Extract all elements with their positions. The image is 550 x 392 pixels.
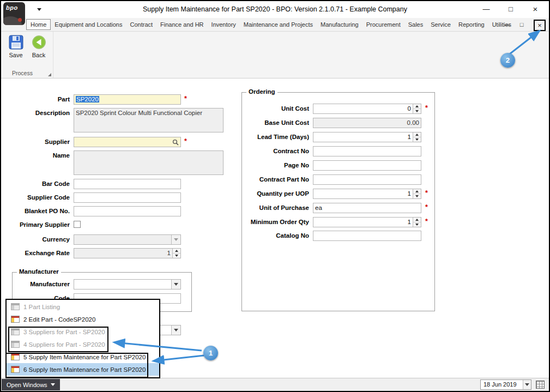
- supplier-row: Supplier *: [1, 137, 241, 147]
- screen-minimize-icon[interactable]: —: [502, 20, 513, 30]
- window-maximize-button[interactable]: □: [503, 4, 519, 15]
- popup-item-suppliers-3[interactable]: 3 Suppliers for Part - SP2020: [7, 325, 159, 338]
- selected-text: SP2020: [76, 96, 99, 102]
- tab-inventory[interactable]: Inventory: [208, 19, 240, 30]
- popup-item-supply-item-6[interactable]: 6 Supply Item Maintenance for Part SP202…: [7, 363, 159, 376]
- blanket-po-label: Blanket PO No.: [1, 206, 70, 216]
- window-minimize-button[interactable]: —: [478, 4, 494, 15]
- base-unit-cost-input[interactable]: 0.00: [313, 118, 421, 128]
- date-picker[interactable]: 18 Jun 2019: [480, 379, 531, 390]
- window-close-button[interactable]: ×: [527, 4, 543, 15]
- screen-close-icon[interactable]: ×: [534, 20, 546, 31]
- lead-time-label: Lead Time (Days): [241, 132, 309, 142]
- primary-supplier-checkbox[interactable]: [74, 221, 81, 228]
- part-row: Part SP2020 *: [1, 94, 241, 105]
- lead-time-input[interactable]: 1: [313, 132, 421, 142]
- bar-code-input[interactable]: [74, 179, 181, 189]
- calendar-grid-icon[interactable]: [536, 381, 545, 389]
- tab-sales[interactable]: Sales: [404, 19, 427, 30]
- chevron-down-icon[interactable]: [171, 280, 180, 289]
- exchange-rate-input[interactable]: 1: [74, 248, 181, 258]
- primary-supplier-row: Primary Supplier: [1, 221, 241, 228]
- quantity-per-uop-input[interactable]: 1: [313, 189, 421, 199]
- annotation-badge-2: 2: [500, 53, 515, 68]
- tab-home[interactable]: Home: [26, 19, 51, 30]
- status-bar: Open Windows 18 Jun 2019: [1, 378, 549, 391]
- spinner-buttons[interactable]: [413, 104, 421, 113]
- contract-part-no-row: Contract Part No: [241, 174, 440, 185]
- required-marker: *: [425, 218, 428, 225]
- description-input[interactable]: SP2020 Sprint Colour Multi Functional Co…: [74, 108, 223, 132]
- quick-access-caret-icon[interactable]: [37, 8, 41, 11]
- tab-service[interactable]: Service: [427, 19, 455, 30]
- supplier-label: Supplier: [1, 137, 70, 147]
- required-marker: *: [184, 137, 187, 145]
- tab-contract[interactable]: Contract: [126, 19, 157, 30]
- chevron-down-icon[interactable]: [171, 235, 180, 244]
- bar-code-label: Bar Code: [1, 179, 70, 189]
- tab-finance-and-hr[interactable]: Finance and HR: [156, 19, 208, 30]
- name-row: Name: [1, 150, 241, 161]
- supplier-input[interactable]: [74, 137, 181, 147]
- back-icon: [32, 35, 46, 50]
- screen-restore-icon[interactable]: □: [516, 20, 527, 30]
- contract-no-row: Contract No: [241, 146, 440, 156]
- bar-code-row: Bar Code: [1, 179, 241, 189]
- manufacturer-select[interactable]: [74, 279, 181, 290]
- name-input[interactable]: [74, 150, 223, 175]
- unit-cost-input[interactable]: 0: [313, 104, 421, 114]
- page-no-row: Page No: [241, 160, 440, 171]
- chevron-down-icon[interactable]: [171, 325, 180, 335]
- unit-cost-label: Unit Cost: [241, 104, 309, 114]
- minimum-order-qty-input[interactable]: 1: [313, 217, 421, 227]
- popup-item-edit-part[interactable]: 2 Edit Part - CodeSP2020: [7, 313, 159, 325]
- currency-select[interactable]: [74, 234, 181, 245]
- lead-time-row: Lead Time (Days) 1: [241, 132, 440, 142]
- part-label: Part: [1, 94, 70, 105]
- blanket-po-row: Blanket PO No.: [1, 206, 241, 216]
- contract-no-input[interactable]: [313, 146, 421, 156]
- spinner-buttons[interactable]: [413, 132, 421, 142]
- chevron-down-icon[interactable]: [523, 380, 531, 389]
- window-form-icon: [11, 366, 20, 373]
- popup-item-supply-item-5[interactable]: 5 Supply Item Maintenance for Part SP202…: [7, 351, 159, 363]
- catalog-no-input[interactable]: [313, 231, 421, 241]
- spinner-buttons[interactable]: [413, 189, 421, 198]
- required-marker: *: [184, 95, 187, 102]
- window-form-icon: [11, 353, 20, 360]
- part-input[interactable]: SP2020: [74, 94, 181, 105]
- tab-maintenance-and-projects[interactable]: Maintenance and Projects: [240, 19, 317, 30]
- popup-item-part-listing[interactable]: 1 Part Listing: [7, 300, 159, 313]
- open-windows-popup: 1 Part Listing 2 Edit Part - CodeSP2020 …: [5, 299, 160, 378]
- contract-part-no-label: Contract Part No: [241, 174, 309, 185]
- supplier-code-input[interactable]: [74, 192, 181, 203]
- save-button[interactable]: Save: [4, 35, 27, 58]
- exchange-rate-row: Exchange Rate 1: [1, 248, 241, 258]
- spinner-buttons[interactable]: [413, 218, 421, 227]
- tab-equipment-and-locations[interactable]: Equipment and Locations: [51, 19, 126, 30]
- bpo-logo: bpo: [3, 2, 25, 25]
- search-icon[interactable]: [172, 139, 179, 147]
- open-windows-button[interactable]: Open Windows: [2, 379, 60, 390]
- tab-manufacturing[interactable]: Manufacturing: [317, 19, 362, 30]
- tab-reporting[interactable]: Reporting: [455, 19, 488, 30]
- manufacturer-group-title: Manufacturer: [17, 268, 61, 275]
- popup-item-suppliers-4[interactable]: 4 Suppliers for Part - SP2020: [7, 338, 159, 351]
- tab-procurement[interactable]: Procurement: [362, 19, 404, 30]
- window-form-icon: [11, 328, 20, 335]
- save-icon: [9, 35, 23, 50]
- unit-of-purchase-label: Unit of Purchase: [241, 203, 309, 213]
- minimum-order-qty-row: Minimum Order Qty 1 *: [241, 217, 440, 227]
- annotation-badge-1: 1: [203, 346, 218, 360]
- spinner-buttons[interactable]: [172, 249, 180, 258]
- page-no-input[interactable]: [313, 160, 421, 171]
- unit-of-purchase-input[interactable]: ea: [313, 203, 421, 213]
- quantity-per-uop-row: Quantity per UOP 1 *: [241, 189, 440, 199]
- required-marker: *: [425, 203, 428, 211]
- back-button[interactable]: Back: [27, 35, 50, 58]
- name-label: Name: [1, 150, 70, 161]
- currency-label: Currency: [1, 234, 70, 245]
- contract-part-no-input[interactable]: [313, 174, 421, 185]
- blanket-po-input[interactable]: [74, 206, 181, 216]
- ordering-group-title: Ordering: [246, 88, 277, 95]
